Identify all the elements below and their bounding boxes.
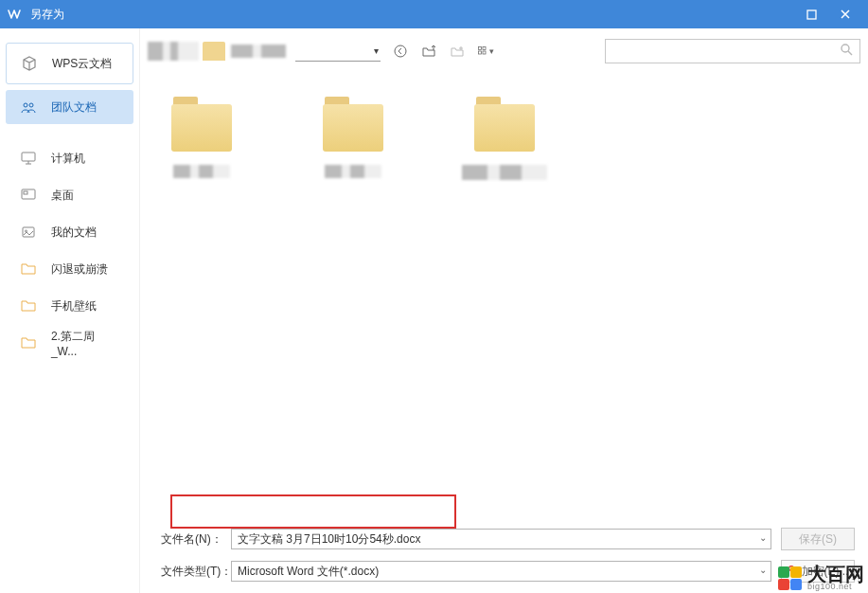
sidebar-item-mydocs[interactable]: 我的文档 xyxy=(6,215,133,249)
cube-icon xyxy=(20,54,39,73)
sidebar-item-computer[interactable]: 计算机 xyxy=(6,141,133,175)
folder-icon xyxy=(19,260,38,279)
folder-label-redacted xyxy=(173,165,230,178)
watermark-logo-icon xyxy=(777,566,802,590)
sidebar-item-cloud[interactable]: WPS云文档 xyxy=(6,43,133,84)
breadcrumb-segment-redacted xyxy=(203,40,288,63)
sidebar: WPS云文档 团队文档 计算机 桌面 我的文档 xyxy=(0,28,140,593)
folder-icon xyxy=(19,333,38,352)
back-button[interactable] xyxy=(392,43,409,60)
sidebar-item-label: 2.第二周_W... xyxy=(51,329,120,358)
search-input[interactable] xyxy=(605,39,860,63)
svg-rect-0 xyxy=(807,10,816,19)
folder-label-redacted xyxy=(462,165,547,180)
sidebar-item-label: 团队文档 xyxy=(51,99,97,116)
folder-icon xyxy=(19,296,38,315)
svg-rect-5 xyxy=(24,191,27,194)
folder-item[interactable] xyxy=(150,97,254,491)
folder-icon xyxy=(319,97,387,152)
filetype-value: Microsoft Word 文件(*.docx) xyxy=(238,564,379,580)
view-mode-button[interactable]: ▾ xyxy=(477,43,494,60)
filename-value: 文字文稿 3月7日10时10分54秒.docx xyxy=(238,531,420,548)
sidebar-item-team[interactable]: 团队文档 xyxy=(6,90,133,124)
breadcrumb-segment-redacted xyxy=(148,42,199,61)
svg-rect-12 xyxy=(483,51,486,54)
chevron-down-icon: ▾ xyxy=(374,45,379,56)
sidebar-item-label: 手机壁纸 xyxy=(51,298,97,314)
document-icon xyxy=(19,223,38,242)
monitor-icon xyxy=(19,149,38,168)
sidebar-item-crash[interactable]: 闪退或崩溃 xyxy=(6,252,133,286)
window-maximize-button[interactable] xyxy=(794,0,828,28)
folder-icon xyxy=(470,97,539,152)
sidebar-item-label: WPS云文档 xyxy=(52,56,112,72)
svg-rect-3 xyxy=(22,153,35,161)
sidebar-item-label: 闪退或崩溃 xyxy=(51,261,108,278)
sidebar-item-label: 我的文档 xyxy=(51,225,97,241)
filetype-label: 文件类型(T)： xyxy=(161,564,221,580)
filename-label: 文件名(N)： xyxy=(161,531,221,548)
watermark: 大百网 big100.net xyxy=(777,565,864,591)
path-dropdown[interactable]: ▾ xyxy=(295,41,381,62)
svg-point-8 xyxy=(395,45,406,57)
window-title: 另存为 xyxy=(30,7,794,23)
team-icon xyxy=(19,98,38,117)
sidebar-item-week2[interactable]: 2.第二周_W... xyxy=(6,326,133,360)
file-grid xyxy=(140,74,868,513)
search-icon xyxy=(840,43,854,61)
folder-icon xyxy=(168,97,236,152)
toolbar-row: ▾ ▾ xyxy=(140,28,868,74)
svg-rect-11 xyxy=(479,51,482,54)
chevron-down-icon: ⌄ xyxy=(759,565,767,575)
up-folder-button[interactable] xyxy=(420,43,437,60)
filetype-select[interactable]: Microsoft Word 文件(*.docx) ⌄ xyxy=(231,561,771,582)
svg-rect-10 xyxy=(483,47,486,50)
desktop-icon xyxy=(19,186,38,205)
wps-app-icon xyxy=(6,6,23,23)
svg-point-2 xyxy=(29,103,33,107)
folder-item[interactable] xyxy=(301,97,405,491)
svg-point-1 xyxy=(24,103,27,107)
save-button-label: 保存(S) xyxy=(799,531,837,548)
save-button[interactable]: 保存(S) xyxy=(781,528,855,550)
folder-item[interactable] xyxy=(452,97,557,491)
titlebar: 另存为 xyxy=(0,0,868,28)
watermark-brand: 大百网 xyxy=(807,565,864,584)
sidebar-item-label: 桌面 xyxy=(51,188,74,204)
chevron-down-icon: ⌄ xyxy=(759,532,767,543)
new-folder-button[interactable] xyxy=(449,43,466,60)
svg-rect-9 xyxy=(479,47,482,50)
save-form: 文件名(N)： 文字文稿 3月7日10时10分54秒.docx ⌄ 保存(S) … xyxy=(140,513,868,593)
window-close-button[interactable] xyxy=(828,0,862,28)
content-area: ▾ ▾ xyxy=(140,28,868,593)
sidebar-item-wallpaper[interactable]: 手机壁纸 xyxy=(6,289,133,323)
sidebar-item-label: 计算机 xyxy=(51,151,85,167)
sidebar-item-desktop[interactable]: 桌面 xyxy=(6,178,133,212)
chevron-down-icon: ▾ xyxy=(489,46,494,56)
svg-point-13 xyxy=(841,45,849,52)
filename-input[interactable]: 文字文稿 3月7日10时10分54秒.docx ⌄ xyxy=(231,529,771,549)
folder-label-redacted xyxy=(325,165,381,178)
